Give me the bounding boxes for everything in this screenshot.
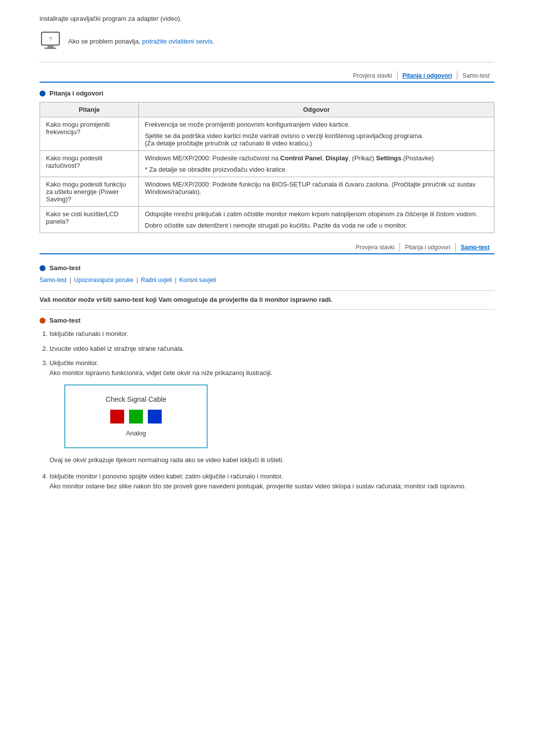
orange-dot bbox=[40, 318, 45, 324]
steps-list: Isključite računalo i monitor. Izvucite … bbox=[49, 329, 494, 491]
tab-provjera-bottom[interactable]: Provjera stavki bbox=[351, 243, 400, 252]
sub-nav-upozor[interactable]: Upozoravajuće poruke bbox=[74, 277, 134, 284]
step-3: Uključite monitor. Ako monitor ispravno … bbox=[49, 358, 494, 465]
sub-section-samo-test: Samo-test bbox=[40, 317, 494, 324]
a1: Frekvencija se može promijeniti ponovnim… bbox=[139, 117, 494, 151]
color-squares bbox=[75, 410, 197, 424]
step-4: Isključite monitor i ponovno spojite vid… bbox=[49, 472, 494, 491]
divider-1 bbox=[40, 290, 494, 291]
samo-test-heading-text: Samo-test bbox=[49, 264, 81, 272]
top-section: instalirajte upravljački program za adap… bbox=[40, 10, 494, 62]
nav-tabs-top: Provjera stavki Pitanja i odgovori Samo-… bbox=[40, 71, 494, 83]
step-1-text: Isključite računalo i monitor. bbox=[49, 330, 129, 337]
problem-text: Ako se problem ponavlja, potražite ovlaš… bbox=[68, 38, 215, 45]
nav-tabs-bottom: Provjera stavki Pitanja i odgovori Samo-… bbox=[40, 243, 494, 254]
col-answer: Odgovor bbox=[139, 102, 494, 117]
monitor-icon: ? bbox=[40, 30, 61, 52]
green-square bbox=[129, 410, 143, 424]
q2: Kako mogu podesiti razlučivost? bbox=[40, 151, 139, 177]
sub-nav-samo-test[interactable]: Samo-test bbox=[40, 277, 67, 284]
samo-test-section: Samo-test Samo-test | Upozoravajuće poru… bbox=[40, 264, 494, 491]
icon-row: ? Ako se problem ponavlja, potražite ovl… bbox=[40, 30, 494, 52]
qa-heading-text: Pitanja i odgovori bbox=[49, 90, 103, 97]
q3: Kako mogu podesiti funkciju za uštetu en… bbox=[40, 177, 139, 207]
analog-label: Analog bbox=[75, 428, 197, 438]
q1: Kako mogu promijeniti frekvenciju? bbox=[40, 117, 139, 151]
sub-nav-radni[interactable]: Radni uvjeti bbox=[141, 277, 172, 284]
red-square bbox=[110, 410, 124, 424]
ovaj-text: Ovaj se okvir prikazuje tijekom normalno… bbox=[49, 455, 494, 465]
svg-rect-2 bbox=[44, 47, 56, 49]
a2: Windows ME/XP/2000: Podesite razlučivost… bbox=[139, 151, 494, 177]
step-4-sub: Ako monitor ostane bez slike nakon što s… bbox=[49, 482, 466, 490]
step-2: Izvucite video kabel iz stražnje strane … bbox=[49, 344, 494, 354]
table-row: Kako mogu podesiti funkciju za uštetu en… bbox=[40, 177, 494, 207]
install-text: instalirajte upravljački program za adap… bbox=[40, 15, 494, 22]
a3: Windows ME/XP/2000: Podesite funkciju na… bbox=[139, 177, 494, 207]
tab-pitanja-top[interactable]: Pitanja i odgovori bbox=[398, 71, 458, 80]
table-row: Kako mogu promijeniti frekvenciju? Frekv… bbox=[40, 117, 494, 151]
tab-pitanja-bottom[interactable]: Pitanja i odgovori bbox=[400, 243, 456, 252]
a4: Odspojite mrežni priključak i zatim očis… bbox=[139, 207, 494, 233]
sub-nav: Samo-test | Upozoravajuće poruke | Radni… bbox=[40, 277, 494, 284]
q4: Kako se cisti kucište/LCD panela? bbox=[40, 207, 139, 233]
tab-samo-test-bottom[interactable]: Samo-test bbox=[456, 243, 494, 252]
service-link[interactable]: potražite ovlašteni servis. bbox=[142, 38, 215, 45]
table-row: Kako se cisti kucište/LCD panela? Odspoj… bbox=[40, 207, 494, 233]
step-1: Isključite računalo i monitor. bbox=[49, 329, 494, 339]
table-row: Kako mogu podesiti razlučivost? Windows … bbox=[40, 151, 494, 177]
signal-title: Check Signal Cable bbox=[75, 394, 197, 405]
qa-table: Pitanje Odgovor Kako mogu promijeniti fr… bbox=[40, 102, 494, 233]
blue-dot bbox=[40, 91, 45, 96]
col-question: Pitanje bbox=[40, 102, 139, 117]
step-3-sub: Ako monitor ispravno funkcionira, vidjet… bbox=[49, 369, 272, 377]
blue-dot-2 bbox=[40, 265, 45, 271]
tab-provjera-top[interactable]: Provjera stavki bbox=[348, 71, 398, 80]
step-2-text: Izvucite video kabel iz stražnje strane … bbox=[49, 345, 184, 352]
svg-text:?: ? bbox=[49, 37, 52, 42]
qa-section-heading: Pitanja i odgovori bbox=[40, 90, 494, 97]
tab-samo-test-top[interactable]: Samo-test bbox=[457, 71, 494, 80]
sub-nav-korisni[interactable]: Korisni savjeti bbox=[179, 277, 216, 284]
sub-heading-text: Samo-test bbox=[49, 317, 81, 324]
svg-rect-1 bbox=[47, 45, 53, 47]
blue-square bbox=[148, 410, 162, 424]
signal-box: Check Signal Cable Analog bbox=[64, 384, 208, 448]
bold-statement: Vaš monitor može vršiti samo-test koji V… bbox=[40, 296, 494, 310]
samo-test-heading: Samo-test bbox=[40, 264, 494, 272]
